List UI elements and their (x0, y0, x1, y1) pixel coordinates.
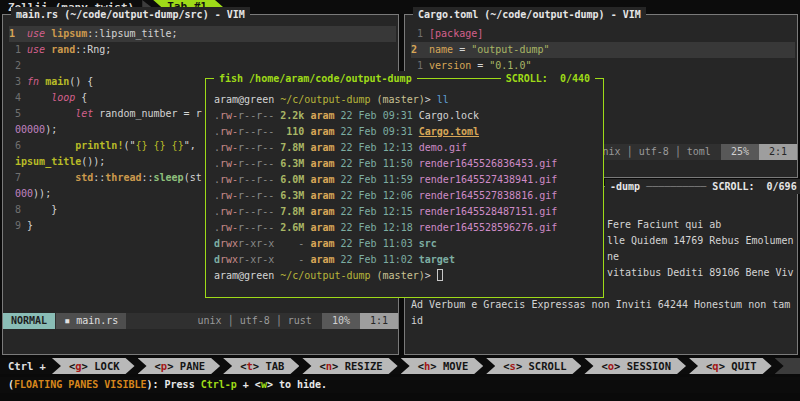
vim-scroll-percent: 25% (721, 144, 759, 160)
vim-filename: main.rs (76, 315, 118, 326)
title-dashes: ────────── (646, 181, 706, 192)
keybind-quit[interactable]: <q> QUIT (689, 358, 772, 374)
floating-panes-hint: (FLOATING PANES VISIBLE): Press Ctrl-p +… (0, 377, 800, 393)
terminal-row: aram@green ~/c/output-dump (master)> (214, 268, 601, 284)
keybind-lock[interactable]: <g> LOCK (52, 358, 135, 374)
keybind-scroll[interactable]: <s> SCROLL (486, 358, 581, 374)
terminal-row: Ad Verbum e Graecis Expressas non Inviti… (411, 297, 790, 313)
terminal-row: id (411, 313, 790, 329)
terminal-row: 1 use lipsum::lipsum_title; (9, 26, 396, 42)
terminal-row: vitatibus Dediti 89106 Bene Viv (607, 265, 794, 281)
terminal-row: aram@green ~/c/output-dump (master)> ll (214, 92, 601, 108)
floating-pane-title: fish /home/aram/code/output-dump (214, 71, 417, 86)
terminal-row: 2 name = "output-dump" (411, 42, 795, 58)
scroll-indicator: SCROLL: 0/696 (706, 181, 796, 192)
keybind-tab[interactable]: <t> TAB (223, 358, 299, 374)
terminal-row: .rw-r--r-- 7.8M aram 22 Feb 12:13 demo.g… (214, 140, 601, 156)
lorem-text-bottom: Ad Verbum e Graecis Expressas non Inviti… (411, 297, 790, 329)
vim-mode-indicator: NORMAL (3, 313, 55, 329)
keybind-bar: Ctrl + <g> LOCK<p> PANE<t> TAB<n> RESIZE… (0, 358, 800, 374)
pane-title-fragment: -dump (610, 181, 646, 192)
keybind-bar-filler (775, 358, 800, 374)
terminal-row: 1 version = "0.1.0" (411, 58, 795, 74)
vim-meta-info: unix │ utf-8 │ toml (586, 144, 720, 160)
fish-terminal-output: aram@green ~/c/output-dump (master)> ll.… (214, 92, 601, 295)
keybind-prefix: Ctrl + (0, 358, 52, 374)
terminal-row: .rw-r--r-- 2.6M aram 22 Feb 12:18 render… (214, 220, 601, 236)
terminal-row: drwxr-xr-x - aram 22 Feb 11:03 src (214, 236, 601, 252)
terminal-row: .rw-r--r-- 6.0M aram 22 Feb 11:59 render… (214, 172, 601, 188)
scroll-indicator: SCROLL: 0/440 (501, 71, 595, 86)
terminal-row: .rw-r--r-- 110 aram 22 Feb 09:31 Cargo.t… (214, 124, 601, 140)
terminal-row: lle Quidem 14769 Rebus Emolumen (607, 233, 794, 249)
terminal-row: drwxr-xr-x - aram 22 Feb 11:02 target (214, 252, 601, 268)
keybind-session[interactable]: <o> SESSION (584, 358, 686, 374)
terminal-row: .rw-r--r-- 6.3M aram 22 Feb 11:50 render… (214, 156, 601, 172)
lorem-text-fragments: Fere Faciunt qui ablle Quidem 14769 Rebu… (607, 217, 794, 281)
pane-title-output-dump: -dump ────────── SCROLL: 0/696 (605, 179, 800, 194)
file-icon: ▪ (64, 315, 70, 326)
terminal-row: .rw-r--r-- 6.3M aram 22 Feb 12:06 render… (214, 188, 601, 204)
vim-cursor-position: 1:1 (360, 313, 398, 329)
floating-pane-fish[interactable]: fish /home/aram/code/output-dump SCROLL:… (205, 78, 604, 298)
terminal-row: (FLOATING PANES VISIBLE): Press Ctrl-p +… (0, 377, 800, 393)
keybind-ribbons: <g> LOCK<p> PANE<t> TAB<n> RESIZE<h> MOV… (52, 358, 800, 374)
pane-title-cargo-toml: Cargo.toml (~/code/output-dump) - VIM (413, 7, 646, 22)
pane-title-main-rs: main.rs (~/code/output-dump/src) - VIM (11, 7, 250, 22)
vim-statusline-main-rs: NORMAL ▪ main.rs unix │ utf-8 │ rust 10%… (3, 313, 398, 329)
hint-bar: (FLOATING PANES VISIBLE): Press Ctrl-p +… (0, 377, 800, 393)
terminal-row: Fere Faciunt qui ab (607, 217, 794, 233)
keybind-resize[interactable]: <n> RESIZE (302, 358, 397, 374)
terminal-row: 1 [package] (411, 26, 795, 42)
terminal-row: .rw-r--r-- 7.8M aram 22 Feb 12:15 render… (214, 204, 601, 220)
keybind-pane[interactable]: <p> PANE (138, 358, 221, 374)
terminal-row: ne (607, 249, 794, 265)
vim-filename-chip: ▪ main.rs (56, 313, 126, 329)
vim-cursor-position: 2:1 (759, 144, 797, 160)
keybind-move[interactable]: <h> MOVE (401, 358, 484, 374)
terminal-row: .rw-r--r-- 2.2k aram 22 Feb 09:31 Cargo.… (214, 108, 601, 124)
vim-scroll-percent: 10% (322, 313, 360, 329)
terminal-row: 1 use rand::Rng; (9, 42, 396, 58)
vim-meta-info: unix │ utf-8 │ rust (187, 313, 321, 329)
